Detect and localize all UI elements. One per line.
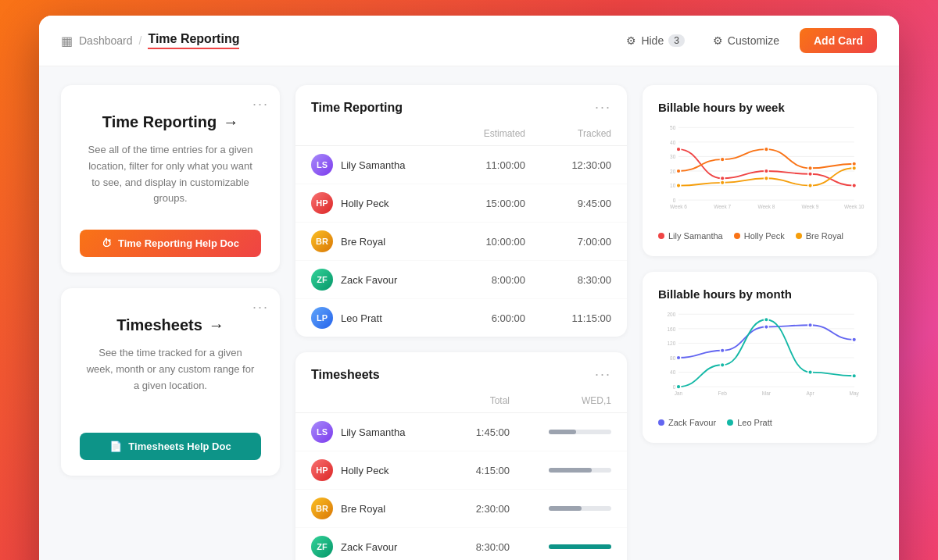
- legend-item: Holly Peck: [734, 231, 785, 241]
- legend-dot: [796, 233, 802, 239]
- user-name: Lily Samantha: [341, 426, 405, 438]
- svg-text:160: 160: [667, 326, 675, 332]
- svg-point-57: [808, 370, 813, 375]
- svg-point-23: [720, 157, 725, 162]
- user-cell: HP Holly Peck: [311, 192, 439, 214]
- tracked-value: 11:15:00: [525, 312, 611, 324]
- timesheets-table-more[interactable]: ···: [595, 366, 611, 383]
- tracked-value: 9:45:00: [525, 198, 611, 209]
- main-content: ··· Time Reporting → See all of the time…: [39, 66, 899, 560]
- svg-point-31: [852, 166, 857, 171]
- bar-fill: [549, 430, 576, 434]
- bar-fill: [549, 506, 582, 511]
- user-cell: BR Bre Royal: [311, 498, 424, 519]
- customize-icon: ⚙: [713, 34, 723, 47]
- time-reporting-table-more[interactable]: ···: [595, 99, 611, 116]
- svg-point-58: [852, 373, 857, 378]
- header-actions: ⚙ Hide 3 ⚙ Customize Add Card: [618, 28, 877, 53]
- timesheets-table-header: Total WED,1: [295, 392, 627, 413]
- svg-point-49: [676, 355, 681, 360]
- svg-text:Week 7: Week 7: [714, 204, 731, 209]
- user-name: Zack Favour: [341, 274, 397, 286]
- table-row: HP Holly Peck 4:15:00: [295, 451, 627, 490]
- table-row: LP Leo Pratt 6:00:00 11:15:00: [295, 299, 627, 337]
- user-cell: BR Bre Royal: [311, 230, 439, 252]
- svg-point-50: [720, 348, 725, 353]
- monthly-chart-legend: Zack Favour Leo Pratt: [658, 418, 861, 427]
- user-cell: ZF Zack Favour: [311, 269, 439, 291]
- header: ▦ Dashboard / Time Reporting ⚙ Hide 3 ⚙ …: [39, 16, 899, 66]
- svg-text:Apr: Apr: [806, 391, 814, 397]
- ts-col-wed-header: WED,1: [510, 395, 611, 406]
- breadcrumb-parent[interactable]: Dashboard: [79, 34, 133, 47]
- monthly-chart-title: Billable hours by month: [658, 287, 861, 301]
- bar-cell: [510, 430, 611, 434]
- total-value: 4:15:00: [424, 465, 510, 476]
- weekly-chart-container: 01020304050Week 6Week 7Week 8Week 9Week …: [658, 120, 861, 225]
- timesheets-desc: See the time tracked for a given week, m…: [84, 345, 256, 394]
- total-value: 1:45:00: [424, 426, 510, 438]
- hide-label: Hide: [641, 34, 664, 47]
- table-row: BR Bre Royal 2:30:00: [295, 490, 627, 528]
- svg-point-29: [764, 177, 769, 181]
- avatar: HP: [311, 192, 333, 214]
- legend-label: Leo Pratt: [737, 418, 772, 427]
- avatar: BR: [311, 498, 333, 519]
- bar-fill: [549, 468, 592, 473]
- avatar: ZF: [311, 536, 333, 558]
- legend-dot: [658, 419, 664, 426]
- bar-cell: [510, 468, 611, 473]
- svg-text:Feb: Feb: [718, 391, 728, 396]
- svg-text:200: 200: [667, 312, 675, 317]
- legend-item: Bre Royal: [796, 231, 843, 241]
- clock-icon: ⏱: [102, 237, 112, 249]
- avatar: LS: [311, 154, 333, 176]
- svg-text:May: May: [850, 391, 860, 397]
- user-cell: LS Lily Samantha: [311, 154, 439, 176]
- svg-text:0: 0: [673, 384, 676, 390]
- col-name-header: [311, 128, 439, 139]
- user-cell: ZF Zack Favour: [311, 536, 424, 558]
- user-name: Holly Peck: [341, 465, 388, 476]
- estimated-value: 15:00:00: [439, 198, 525, 209]
- user-name: Bre Royal: [341, 503, 385, 515]
- legend-item: Zack Favour: [658, 418, 716, 427]
- timesheets-help-btn[interactable]: 📄 Timesheets Help Doc: [80, 433, 261, 460]
- timesheets-card-more[interactable]: ···: [252, 299, 269, 316]
- legend-label: Zack Favour: [668, 418, 716, 427]
- time-reporting-card-more[interactable]: ···: [252, 96, 269, 112]
- svg-point-54: [676, 384, 681, 389]
- time-reporting-desc: See all of the time entries for a given …: [84, 142, 256, 207]
- user-name: Zack Favour: [341, 541, 397, 553]
- bar-track: [549, 544, 611, 549]
- avatar: BR: [311, 230, 333, 252]
- bar-cell: [510, 544, 611, 549]
- svg-point-52: [808, 323, 813, 327]
- left-column: ··· Time Reporting → See all of the time…: [61, 85, 280, 560]
- estimated-value: 11:00:00: [439, 159, 525, 171]
- time-reporting-table-header: Estimated Tracked: [295, 125, 627, 146]
- hide-count-badge: 3: [668, 34, 685, 47]
- svg-text:Mar: Mar: [762, 391, 772, 396]
- svg-text:50: 50: [670, 125, 676, 130]
- svg-point-28: [720, 180, 725, 185]
- time-reporting-help-btn[interactable]: ⏱ Time Reporting Help Doc: [80, 230, 261, 257]
- legend-dot: [727, 419, 733, 426]
- svg-point-26: [852, 162, 857, 166]
- breadcrumb: ▦ Dashboard / Time Reporting: [61, 32, 239, 49]
- add-card-button[interactable]: Add Card: [800, 28, 877, 53]
- bar-track: [549, 468, 611, 473]
- hide-button[interactable]: ⚙ Hide 3: [618, 30, 692, 52]
- legend-item: Lily Samantha: [658, 231, 723, 241]
- bar-container: [510, 506, 611, 511]
- table-row: LS Lily Samantha 1:45:00: [295, 413, 627, 451]
- weekly-chart-svg: 01020304050Week 6Week 7Week 8Week 9Week …: [658, 120, 861, 222]
- tracked-value: 8:30:00: [525, 274, 611, 286]
- customize-button[interactable]: ⚙ Customize: [705, 30, 787, 52]
- total-value: 2:30:00: [424, 503, 510, 515]
- svg-text:120: 120: [667, 341, 675, 346]
- svg-point-20: [808, 172, 813, 177]
- avatar: ZF: [311, 269, 333, 291]
- estimated-value: 6:00:00: [439, 312, 525, 324]
- svg-text:Jan: Jan: [675, 391, 683, 396]
